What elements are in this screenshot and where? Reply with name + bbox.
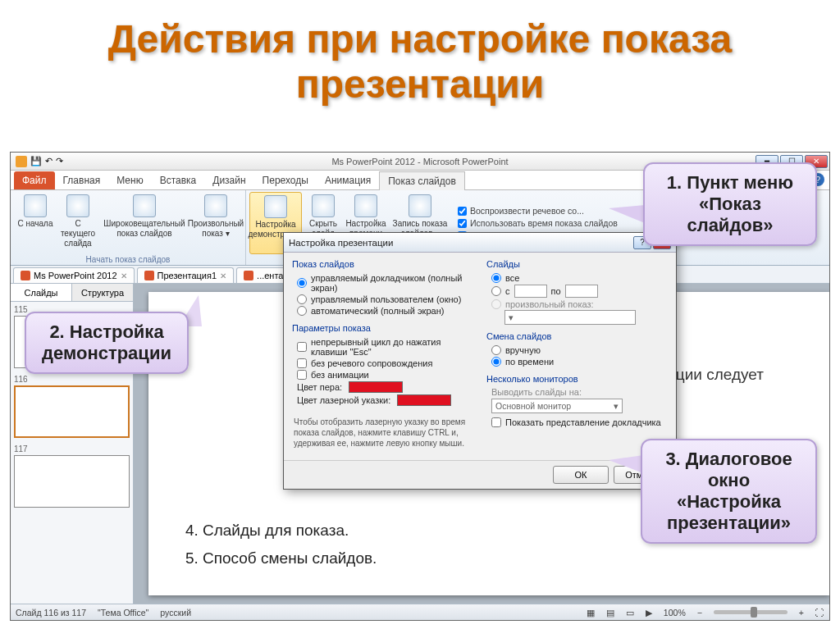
fieldset-show-type: Показ слайдов [292, 259, 473, 269]
radio-slides-range[interactable]: с по [486, 284, 668, 299]
slide-thumb-117[interactable]: 117 [14, 444, 130, 508]
view-reading-icon[interactable]: ▭ [626, 608, 634, 618]
timer-icon [354, 194, 377, 217]
record-icon [409, 194, 431, 217]
radio-slides-custom: произвольный показ: [486, 299, 668, 310]
view-normal-icon[interactable]: ▦ [587, 608, 595, 618]
radio-kiosk[interactable]: автоматический (полный экран) [292, 305, 473, 317]
tab-insert[interactable]: Вставка [152, 171, 205, 189]
tab-slides[interactable]: Слайды [11, 284, 72, 301]
status-language[interactable]: русский [160, 608, 191, 618]
close-icon[interactable]: ✕ [220, 271, 226, 280]
fit-to-window-icon[interactable]: ⛶ [815, 608, 824, 618]
zoom-in-button[interactable]: + [799, 608, 804, 618]
chk-no-narration[interactable]: без речевого сопровождения [292, 358, 473, 369]
zoom-slider[interactable] [714, 610, 788, 614]
view-sorter-icon[interactable]: ▤ [606, 608, 614, 618]
play-from-start-icon [24, 194, 47, 217]
laser-color-picker[interactable] [397, 394, 451, 406]
tab-slideshow[interactable]: Показ слайдов [379, 171, 465, 190]
tab-home[interactable]: Главная [55, 171, 109, 189]
radio-advance-manual[interactable]: вручную [486, 344, 668, 356]
setup-icon [264, 195, 287, 218]
custom-show-icon [204, 194, 227, 217]
slides-to-input[interactable] [565, 285, 598, 298]
slide-list-item: Способ смены слайдов. [203, 545, 797, 572]
radio-advance-timings[interactable]: по времени [486, 356, 668, 367]
tab-animations[interactable]: Анимация [317, 171, 379, 189]
zoom-percent[interactable]: 100% [664, 608, 686, 618]
custom-show-combo [504, 310, 636, 325]
chk-loop-esc[interactable]: непрерывный цикл до нажатия клавиши "Esc… [292, 336, 473, 358]
doc-tab-2[interactable]: Презентация1✕ [137, 267, 235, 283]
doc-tab-1[interactable]: Ms PowerPoint 2012✕ [13, 267, 135, 283]
callout-tail [609, 205, 645, 223]
page-heading: Действия при настройке показа презентаци… [0, 0, 840, 115]
ok-button[interactable]: ОК [553, 466, 609, 484]
fieldset-advance: Смена слайдов [486, 331, 668, 341]
tab-design[interactable]: Дизайн [204, 171, 253, 189]
callout-tail [609, 455, 643, 473]
hide-slide-icon [312, 194, 335, 217]
tab-outline[interactable]: Структура [72, 284, 133, 301]
ribbon-group-start-label: Начать показ слайдов [14, 254, 242, 265]
zoom-out-button[interactable]: − [697, 608, 702, 618]
tab-menu[interactable]: Меню [108, 171, 151, 189]
custom-show-button[interactable]: Произвольный показ ▾ [189, 192, 242, 254]
from-current-button[interactable]: С текущего слайда [57, 192, 99, 254]
tab-file[interactable]: Файл [14, 171, 55, 189]
pen-color-picker[interactable] [349, 381, 403, 393]
dialog-hint-text: Чтобы отобразить лазерную указку во врем… [292, 413, 473, 455]
status-theme: "Тема Office" [98, 608, 148, 618]
chk-no-animation[interactable]: без анимации [292, 369, 473, 381]
callout-2: 2. Настройка демонстрации [25, 312, 189, 374]
fieldset-slides: Слайды [486, 259, 668, 269]
monitor-combo[interactable]: Основной монитор [491, 399, 623, 413]
radio-presenter-fullscreen[interactable]: управляемый докладчиком (полный экран) [292, 272, 473, 294]
fieldset-monitors: Несколько мониторов [486, 374, 668, 384]
pen-color-label: Цвет пера: [297, 382, 342, 392]
powerpoint-icon [144, 271, 154, 280]
radio-user-window[interactable]: управляемый пользователем (окно) [292, 294, 473, 305]
radio-slides-all[interactable]: все [486, 272, 668, 284]
callout-3: 3. Диалоговое окно «Настройка презентаци… [641, 439, 817, 544]
tab-transitions[interactable]: Переходы [254, 171, 317, 189]
setup-presentation-dialog: Настройка презентации ? ✕ Показ слайдов … [283, 232, 677, 490]
status-bar: Слайд 116 из 117 "Тема Office" русский ▦… [11, 604, 829, 620]
status-slide-count: Слайд 116 из 117 [16, 608, 86, 618]
dialog-titlebar: Настройка презентации ? ✕ [284, 233, 676, 253]
broadcast-button[interactable]: Широковещательный показ слайдов [99, 192, 189, 254]
callout-1: 1. Пункт меню «Показ слайдов» [643, 162, 817, 246]
from-start-button[interactable]: С начала [14, 192, 57, 254]
dialog-title-text: Настройка презентации [289, 238, 393, 248]
view-slideshow-icon[interactable]: ▶ [646, 608, 652, 618]
play-from-current-icon [66, 194, 89, 217]
powerpoint-icon [244, 271, 253, 280]
fieldset-show-options: Параметры показа [292, 323, 473, 333]
broadcast-icon [133, 194, 156, 217]
slide-thumb-116[interactable]: 116 [14, 375, 130, 438]
close-icon[interactable]: ✕ [121, 271, 127, 280]
chk-presenter-view[interactable]: Показать представление докладчика [486, 417, 668, 428]
powerpoint-icon [21, 271, 30, 280]
monitor-label: Выводить слайды на: [486, 387, 668, 397]
laser-color-label: Цвет лазерной указки: [297, 395, 390, 405]
slides-from-input[interactable] [514, 285, 547, 298]
